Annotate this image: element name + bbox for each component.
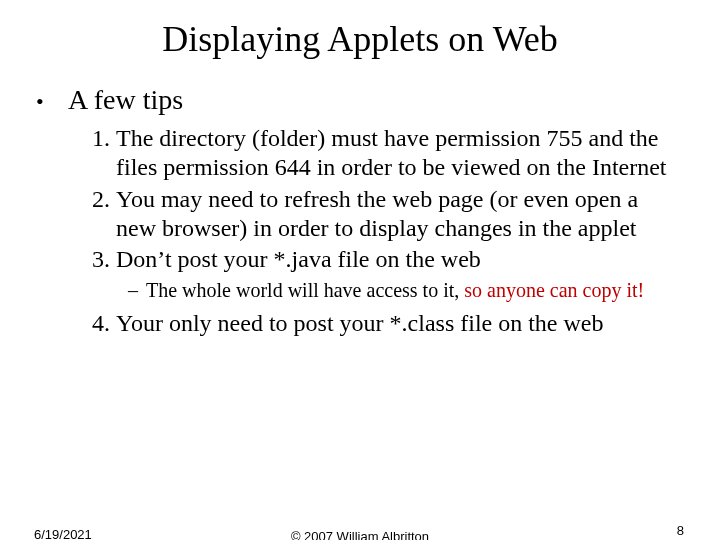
- list-item: 4. Your only need to post your *.class f…: [92, 309, 684, 338]
- slide: Displaying Applets on Web • A few tips 1…: [0, 18, 720, 540]
- item-text: Don’t post your *.java file on the web: [116, 245, 684, 274]
- sub-item-text: The whole world will have access to it, …: [146, 278, 684, 303]
- footer-page-number: 8: [677, 523, 684, 538]
- bullet-heading: • A few tips: [36, 84, 684, 116]
- sub-item-dash: –: [128, 278, 146, 303]
- numbered-list: 1. The directory (folder) must have perm…: [92, 124, 684, 274]
- item-number: 3.: [92, 245, 116, 274]
- bullet-marker: •: [36, 88, 68, 116]
- item-number: 1.: [92, 124, 116, 183]
- item-text: You may need to refresh the web page (or…: [116, 185, 684, 244]
- slide-title: Displaying Applets on Web: [0, 18, 720, 60]
- list-item: 3. Don’t post your *.java file on the we…: [92, 245, 684, 274]
- bullet-text: A few tips: [68, 84, 183, 116]
- slide-content: • A few tips 1. The directory (folder) m…: [0, 84, 720, 339]
- sub-item-text-warning: so anyone can copy it!: [459, 279, 644, 301]
- numbered-list-continued: 4. Your only need to post your *.class f…: [92, 309, 684, 338]
- list-item: 1. The directory (folder) must have perm…: [92, 124, 684, 183]
- footer-copyright: © 2007 William Albritton: [0, 529, 720, 540]
- item-number: 2.: [92, 185, 116, 244]
- item-text: The directory (folder) must have permiss…: [116, 124, 684, 183]
- sub-list: – The whole world will have access to it…: [128, 278, 684, 303]
- item-number: 4.: [92, 309, 116, 338]
- sub-item: – The whole world will have access to it…: [128, 278, 684, 303]
- item-text: Your only need to post your *.class file…: [116, 309, 684, 338]
- list-item: 2. You may need to refresh the web page …: [92, 185, 684, 244]
- sub-item-text-normal: The whole world will have access to it,: [146, 279, 459, 301]
